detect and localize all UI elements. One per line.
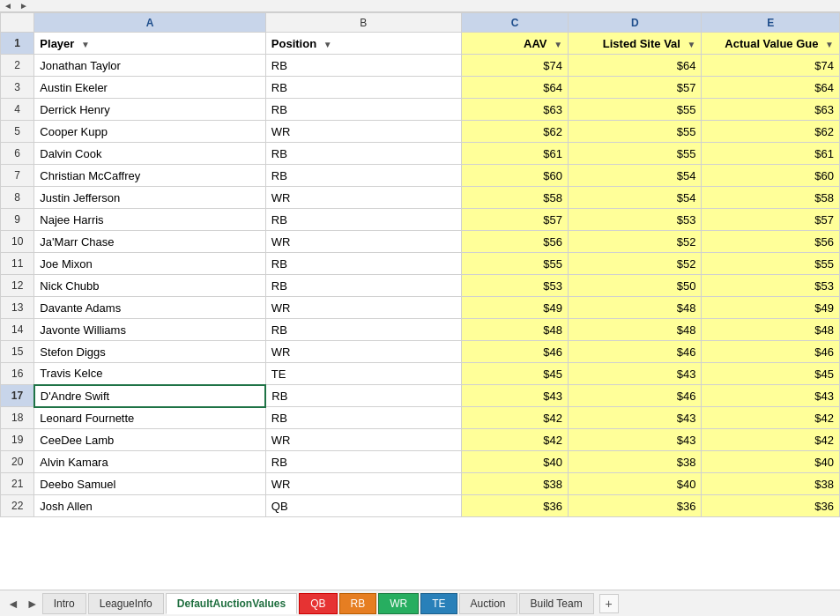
aav-cell[interactable]: $42 — [461, 429, 568, 451]
actual-cell[interactable]: $56 — [702, 231, 840, 253]
player-cell[interactable]: Alvin Kamara — [34, 451, 265, 473]
tab-add-button[interactable]: + — [599, 594, 619, 613]
player-cell[interactable]: Josh Allen — [34, 495, 265, 517]
player-cell[interactable]: Najee Harris — [34, 209, 265, 231]
aav-cell[interactable]: $38 — [461, 473, 568, 495]
aav-cell[interactable]: $57 — [461, 209, 568, 231]
tabs-scroll-right[interactable]: ► — [23, 597, 42, 611]
col-letter-b[interactable]: B — [265, 13, 461, 33]
aav-cell[interactable]: $63 — [461, 99, 568, 121]
actual-cell[interactable]: $36 — [702, 495, 840, 517]
header-player[interactable]: Player ▼ — [34, 33, 265, 55]
player-cell[interactable]: Davante Adams — [34, 297, 265, 319]
position-cell[interactable]: WR — [265, 121, 461, 143]
player-cell[interactable]: CeeDee Lamb — [34, 429, 265, 451]
actual-cell[interactable]: $42 — [702, 407, 840, 429]
col-letter-d[interactable]: D — [569, 13, 702, 33]
aav-cell[interactable]: $43 — [461, 385, 568, 407]
aav-cell[interactable]: $49 — [461, 297, 568, 319]
position-cell[interactable]: RB — [265, 275, 461, 297]
position-cell[interactable]: RB — [265, 165, 461, 187]
player-cell[interactable]: Justin Jefferson — [34, 187, 265, 209]
listed-cell[interactable]: $55 — [569, 121, 702, 143]
listed-cell[interactable]: $55 — [569, 143, 702, 165]
aav-cell[interactable]: $56 — [461, 231, 568, 253]
scroll-right-arrow[interactable]: ► — [16, 1, 32, 11]
position-cell[interactable]: RB — [265, 451, 461, 473]
col-letter-e[interactable]: E — [702, 13, 840, 33]
tab-rb[interactable]: RB — [339, 593, 377, 614]
position-cell[interactable]: WR — [265, 429, 461, 451]
position-cell[interactable]: RB — [265, 319, 461, 341]
listed-cell[interactable]: $38 — [569, 451, 702, 473]
tab-auction[interactable]: Auction — [459, 593, 517, 614]
aav-cell[interactable]: $64 — [461, 77, 568, 99]
player-cell[interactable]: Jonathan Taylor — [34, 55, 265, 77]
scroll-left-arrow[interactable]: ◄ — [0, 1, 16, 11]
aav-cell[interactable]: $60 — [461, 165, 568, 187]
tab-te[interactable]: TE — [420, 593, 457, 614]
aav-cell[interactable]: $45 — [461, 363, 568, 385]
header-aav[interactable]: AAV ▼ — [461, 33, 568, 55]
actual-cell[interactable]: $64 — [702, 77, 840, 99]
position-cell[interactable]: QB — [265, 495, 461, 517]
header-position[interactable]: Position ▼ — [265, 33, 461, 55]
listed-cell[interactable]: $55 — [569, 99, 702, 121]
tabs-scroll-left[interactable]: ◄ — [4, 597, 23, 611]
tab-qb[interactable]: QB — [299, 593, 337, 614]
listed-cell[interactable]: $64 — [569, 55, 702, 77]
actual-cell[interactable]: $40 — [702, 451, 840, 473]
actual-cell[interactable]: $45 — [702, 363, 840, 385]
position-cell[interactable]: RB — [265, 385, 461, 407]
player-cell[interactable]: Nick Chubb — [34, 275, 265, 297]
actual-cell[interactable]: $53 — [702, 275, 840, 297]
header-actual-value[interactable]: Actual Value Gue ▼ — [702, 33, 840, 55]
position-cell[interactable]: RB — [265, 407, 461, 429]
actual-cell[interactable]: $57 — [702, 209, 840, 231]
position-cell[interactable]: RB — [265, 99, 461, 121]
actual-cell[interactable]: $48 — [702, 319, 840, 341]
aav-cell[interactable]: $58 — [461, 187, 568, 209]
aav-cell[interactable]: $74 — [461, 55, 568, 77]
player-cell[interactable]: Deebo Samuel — [34, 473, 265, 495]
col-letter-c[interactable]: C — [461, 13, 568, 33]
actual-filter-icon[interactable]: ▼ — [825, 40, 834, 49]
tab-wr[interactable]: WR — [378, 593, 419, 614]
tab-build-team[interactable]: Build Team — [519, 593, 594, 614]
actual-cell[interactable]: $74 — [702, 55, 840, 77]
listed-cell[interactable]: $43 — [569, 429, 702, 451]
listed-cell[interactable]: $46 — [569, 341, 702, 363]
listed-cell[interactable]: $43 — [569, 407, 702, 429]
actual-cell[interactable]: $46 — [702, 341, 840, 363]
actual-cell[interactable]: $42 — [702, 429, 840, 451]
listed-cell[interactable]: $53 — [569, 209, 702, 231]
position-filter-icon[interactable]: ▼ — [323, 40, 332, 49]
position-cell[interactable]: RB — [265, 143, 461, 165]
position-cell[interactable]: RB — [265, 209, 461, 231]
actual-cell[interactable]: $43 — [702, 385, 840, 407]
aav-cell[interactable]: $36 — [461, 495, 568, 517]
actual-cell[interactable]: $38 — [702, 473, 840, 495]
listed-cell[interactable]: $54 — [569, 187, 702, 209]
position-cell[interactable]: TE — [265, 363, 461, 385]
aav-cell[interactable]: $55 — [461, 253, 568, 275]
col-letter-a[interactable]: A — [34, 13, 265, 33]
listed-cell[interactable]: $43 — [569, 363, 702, 385]
aav-cell[interactable]: $46 — [461, 341, 568, 363]
player-cell[interactable]: D'Andre Swift — [34, 385, 265, 407]
position-cell[interactable]: RB — [265, 55, 461, 77]
listed-cell[interactable]: $57 — [569, 77, 702, 99]
actual-cell[interactable]: $62 — [702, 121, 840, 143]
actual-cell[interactable]: $58 — [702, 187, 840, 209]
player-filter-icon[interactable]: ▼ — [81, 40, 90, 49]
aav-cell[interactable]: $62 — [461, 121, 568, 143]
player-cell[interactable]: Austin Ekeler — [34, 77, 265, 99]
position-cell[interactable]: WR — [265, 231, 461, 253]
position-cell[interactable]: WR — [265, 297, 461, 319]
player-cell[interactable]: Leonard Fournette — [34, 407, 265, 429]
tab-intro[interactable]: Intro — [42, 593, 86, 614]
actual-cell[interactable]: $49 — [702, 297, 840, 319]
position-cell[interactable]: RB — [265, 77, 461, 99]
listed-cell[interactable]: $52 — [569, 253, 702, 275]
listed-cell[interactable]: $36 — [569, 495, 702, 517]
